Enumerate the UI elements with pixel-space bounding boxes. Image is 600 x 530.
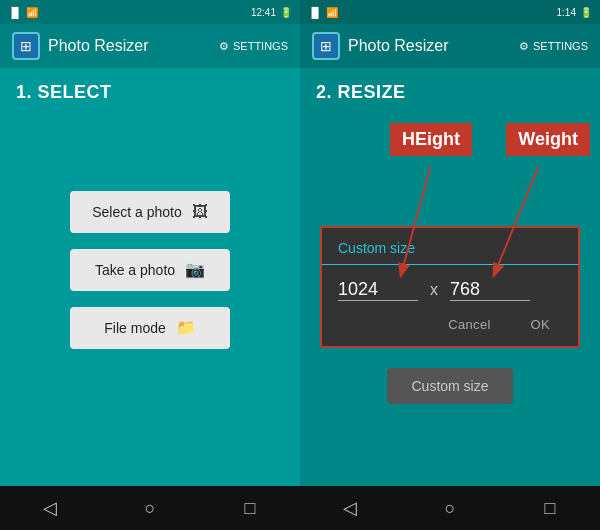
left-time: 12:41 <box>251 7 276 18</box>
back-button-left[interactable]: ◁ <box>28 492 72 524</box>
dialog-cancel-button[interactable]: Cancel <box>428 311 510 338</box>
settings-icon-right: ⚙ <box>519 40 529 53</box>
right-status-left: ▐▌ 📶 <box>308 7 338 18</box>
wifi-icon: 📶 <box>26 7 38 18</box>
left-section-title: 1. SELECT <box>0 68 300 113</box>
take-photo-label: Take a photo <box>95 262 175 278</box>
right-battery-icon: 🔋 <box>580 7 592 18</box>
height-label: HEight <box>390 123 472 156</box>
right-bottom-nav: ◁ ○ □ <box>300 486 600 530</box>
image-icon: 🖼 <box>192 203 208 221</box>
app-icon-left: ⊞ <box>12 32 40 60</box>
back-button-right[interactable]: ◁ <box>328 492 372 524</box>
left-status-bar: ▐▌ 📶 12:41 🔋 <box>0 0 300 24</box>
right-time: 1:14 <box>557 7 576 18</box>
left-toolbar: ⊞ Photo Resizer ⚙ SETTINGS <box>0 24 300 68</box>
left-panel: ▐▌ 📶 12:41 🔋 ⊞ Photo Resizer ⚙ SETTINGS … <box>0 0 300 530</box>
right-content: HEight Weight Custom size x Ca <box>300 113 600 486</box>
right-status-right: 1:14 🔋 <box>557 7 592 18</box>
left-app-title: Photo Resizer <box>48 37 149 55</box>
file-mode-label: File mode <box>104 320 165 336</box>
width-input[interactable] <box>338 279 418 301</box>
dialog-title: Custom size <box>322 228 578 260</box>
select-photo-button[interactable]: Select a photo 🖼 <box>70 191 230 233</box>
right-section-title: 2. RESIZE <box>300 68 600 113</box>
right-toolbar: ⊞ Photo Resizer ⚙ SETTINGS <box>300 24 600 68</box>
left-settings-button[interactable]: ⚙ SETTINGS <box>219 40 288 53</box>
left-settings-label: SETTINGS <box>233 40 288 52</box>
dialog-body: x <box>322 269 578 307</box>
custom-size-button[interactable]: Custom size <box>387 368 512 404</box>
folder-icon: 📁 <box>176 318 196 337</box>
height-input[interactable] <box>450 279 530 301</box>
settings-icon-left: ⚙ <box>219 40 229 53</box>
dimension-separator: x <box>430 281 438 299</box>
weight-label: Weight <box>506 123 590 156</box>
camera-icon: 📷 <box>185 260 205 279</box>
select-photo-label: Select a photo <box>92 204 182 220</box>
recents-button-left[interactable]: □ <box>228 492 272 524</box>
right-app-title: Photo Resizer <box>348 37 449 55</box>
right-panel: ▐▌ 📶 1:14 🔋 ⊞ Photo Resizer ⚙ SETTINGS 2… <box>300 0 600 530</box>
resize-icon: ⊞ <box>20 38 32 54</box>
right-resize-icon: ⊞ <box>320 38 332 54</box>
right-toolbar-left: ⊞ Photo Resizer <box>312 32 449 60</box>
custom-size-dialog: Custom size x Cancel OK <box>320 226 580 348</box>
left-status-right: 12:41 🔋 <box>251 7 292 18</box>
battery-icon: 🔋 <box>280 7 292 18</box>
recents-button-right[interactable]: □ <box>528 492 572 524</box>
home-button-left[interactable]: ○ <box>128 492 172 524</box>
app-icon-right: ⊞ <box>312 32 340 60</box>
left-bottom-nav: ◁ ○ □ <box>0 486 300 530</box>
home-button-right[interactable]: ○ <box>428 492 472 524</box>
right-signal-icon: ▐▌ <box>308 7 322 18</box>
right-settings-button[interactable]: ⚙ SETTINGS <box>519 40 588 53</box>
dialog-divider <box>322 264 578 265</box>
left-status-left: ▐▌ 📶 <box>8 7 38 18</box>
left-content: Select a photo 🖼 Take a photo 📷 File mod… <box>0 113 300 486</box>
right-status-bar: ▐▌ 📶 1:14 🔋 <box>300 0 600 24</box>
file-mode-button[interactable]: File mode 📁 <box>70 307 230 349</box>
right-settings-label: SETTINGS <box>533 40 588 52</box>
dialog-actions: Cancel OK <box>322 307 578 346</box>
right-wifi-icon: 📶 <box>326 7 338 18</box>
dialog-ok-button[interactable]: OK <box>511 311 570 338</box>
take-photo-button[interactable]: Take a photo 📷 <box>70 249 230 291</box>
left-toolbar-left: ⊞ Photo Resizer <box>12 32 149 60</box>
signal-icon: ▐▌ <box>8 7 22 18</box>
